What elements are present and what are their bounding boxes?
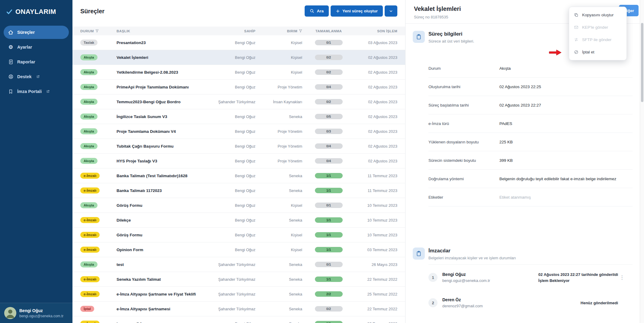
sidebar-item-label: Destek [17, 74, 32, 79]
table-body: Taslak Presantation23 Bengi Oğuz Kişisel… [72, 35, 405, 323]
progress-cell: 1/1 [302, 277, 355, 282]
process-owner: Şahander Türkyılmaz [203, 277, 255, 282]
progress-cell: 0/5 [302, 114, 355, 119]
progress-cell: 0/4 [302, 158, 355, 164]
signer-email: bengi.oguz@seneka.com.tr [442, 278, 490, 283]
table-row[interactable]: e-İmzalı Dilekçe Bengi Oğuz Seneka 1/1 1… [72, 213, 405, 228]
process-title: e-İmza Altyapısı Şartnamesi [117, 307, 203, 311]
column-header-durum: DURUM [80, 29, 117, 33]
sidebar-item-ayarlar[interactable]: ⚙ Ayarlar [4, 40, 69, 54]
table-row[interactable]: Akışta test Şahander Türkyılmaz Seneka 0… [72, 257, 405, 272]
menu-item-cancel[interactable]: İptal et [569, 46, 626, 58]
progress-cell: 1/1 [302, 247, 355, 252]
bookmark-icon [8, 89, 14, 94]
table-row[interactable]: Akışta HYS Proje Taslağı V3 Bengi Oğuz P… [72, 154, 405, 168]
table-row[interactable]: Akışta Vekalet İşlemleri Bengi Oğuz Kişi… [72, 50, 405, 65]
process-title: Görüş Formu [117, 203, 203, 208]
signer-status: Henüz gönderilmedi [581, 301, 618, 305]
last-action-date: 10 Temmuz 2023 [355, 218, 397, 222]
progress-pill: 0/4 [315, 84, 343, 90]
page-title: Süreçler [80, 8, 104, 15]
table-row[interactable]: Akışta Görüş Formu Bengi Oğuz Kişisel 0/… [72, 198, 405, 213]
process-title: Presantation23 [117, 40, 203, 45]
status-badge: Akışta [80, 261, 98, 267]
new-process-button[interactable]: Yeni süreç oluştur [331, 5, 383, 17]
status-badge: Akışta [80, 143, 98, 149]
status-cell: Akışta [80, 84, 117, 90]
other-actions-menu: Kopyasını oluştur KEP'le gönder SFTP ile… [569, 7, 627, 60]
last-action-date: 02 Ağustos 2023 [355, 85, 397, 89]
status-cell: e-İmzalı [80, 276, 117, 282]
progress-pill: 0/4 [315, 158, 343, 164]
sidebar-item-raporlar[interactable]: Raporlar [4, 55, 69, 69]
process-unit: Seneka [255, 262, 302, 267]
table-row[interactable]: e-İmzalı Opinion Form Bengi Oğuz Kişisel… [72, 242, 405, 257]
process-unit: Kişisel [255, 40, 302, 45]
new-process-dropdown-button[interactable] [385, 5, 397, 17]
progress-pill: 2/2 [315, 291, 343, 297]
status-cell: e-İmzalı [80, 291, 117, 297]
signer-menu-button[interactable]: ⋮ [617, 272, 627, 283]
process-unit: Seneka [255, 277, 302, 282]
process-list-panel: Süreçler Ara Yeni süreç oluştur DURUM [72, 0, 405, 323]
table-row[interactable]: e-İmzalı Banka Talimatı 1172023 Bengi Oğ… [72, 183, 405, 198]
table-row[interactable]: Akışta Proje Tanımlama Dokümanı V4 Bengi… [72, 124, 405, 139]
process-owner: Şahander Türkyılmaz [203, 262, 255, 267]
scrollbar-track[interactable] [640, 0, 644, 323]
status-cell: Akışta [80, 99, 117, 105]
table-row[interactable]: Akışta PrimeApi Proje Tanımlama Dokümanı… [72, 80, 405, 94]
table-row[interactable]: e-İmzalı Seneka Yazılım Talimat Şahander… [72, 272, 405, 287]
column-label: DURUM [80, 29, 94, 33]
table-row[interactable]: e-İmzalı Görüş Formu Bengi Oğuz Kişisel … [72, 228, 405, 242]
last-action-date: 02 Ağustos 2023 [355, 114, 397, 119]
column-label: TAMAMLANMA [316, 29, 342, 33]
progress-pill: 0/2 [315, 99, 343, 104]
status-cell: İptal [80, 306, 117, 312]
filter-icon[interactable] [95, 29, 99, 33]
table-row[interactable]: Akışta Yetkilendirme Belgesi-2.08.2023 B… [72, 65, 405, 80]
table-row[interactable]: İptal e-İmza Altyapısı Şartnamesi Şahand… [72, 302, 405, 316]
progress-cell: 0/2 [302, 55, 355, 60]
table-row[interactable]: Akışta Tubitak Çağrı Başvuru Formu Bengi… [72, 139, 405, 154]
column-header-birim: BIRIM [255, 29, 302, 33]
table-row[interactable]: Akışta Temmuz2023-Bengi Oğuz Bordro Şaha… [72, 94, 405, 109]
process-title: PrimeApi Proje Tanımlama Dokümanı [117, 85, 203, 89]
progress-pill: 0/2 [315, 55, 343, 60]
column-label: BIRIM [287, 29, 297, 33]
field-label: Doğrulama yöntemi [428, 177, 499, 181]
sidebar-item-surecler[interactable]: Süreçler [4, 26, 69, 39]
report-icon [8, 59, 14, 65]
process-title: Seneka Yazılım Talimat [117, 277, 203, 282]
table-row[interactable]: Taslak Presantation23 Bengi Oğuz Kişisel… [72, 35, 405, 50]
process-unit: Proje Yönetim [255, 144, 302, 149]
support-icon [8, 74, 14, 79]
progress-cell: 0/2 [302, 99, 355, 104]
table-row[interactable]: e-İmzalı e-İmza Altyapısı Şartname ve Fi… [72, 287, 405, 302]
info-field-row: Sürecin sistemdeki boyutu 399 KB [428, 151, 633, 170]
table-row[interactable]: Akışta İngilizce Taslak Sunum V3 Bengi O… [72, 109, 405, 124]
home-icon [8, 30, 14, 35]
process-title: Banka Talimatı 1172023 [117, 188, 203, 193]
status-cell: e-İmzalı [80, 173, 117, 179]
sidebar-item-imza-portali[interactable]: İmza Portali [4, 85, 69, 98]
menu-item-copy[interactable]: Kopyasını oluştur [569, 9, 626, 21]
signer-status-line2: İşlem Bekleniyor [538, 278, 618, 283]
table-row[interactable]: e-İmzalı Banka Talimatı (Test Talimatıdı… [72, 168, 405, 183]
field-label: Süreç başlatılma tarihi [428, 103, 499, 107]
column-header-son-islem: SON İŞLEM [355, 29, 397, 33]
process-owner: Bengi Oğuz [203, 321, 255, 323]
user-profile[interactable]: Bengi Oğuz bengi.oguz@seneka.com.tr [0, 303, 72, 323]
sidebar-item-destek[interactable]: Destek [4, 70, 69, 83]
progress-pill: 0/4 [315, 143, 343, 149]
progress-cell: 1/1 [302, 321, 355, 323]
status-cell: e-İmzalı [80, 217, 117, 223]
progress-pill: 1/1 [315, 217, 343, 223]
app-window: ONAYLARIM Süreçler ⚙ Ayarlar Raporlar De… [0, 0, 644, 323]
status-badge: e-İmzalı [80, 321, 100, 323]
search-button[interactable]: Ara [305, 5, 329, 17]
status-badge: Akışta [80, 128, 98, 134]
filter-icon[interactable] [299, 29, 302, 33]
sidebar-item-label: Raporlar [17, 59, 35, 64]
scrollbar-thumb[interactable] [641, 23, 643, 102]
table-row[interactable]: e-İmzalı imzagorselideneme Bengi Oğuz Se… [72, 316, 405, 323]
